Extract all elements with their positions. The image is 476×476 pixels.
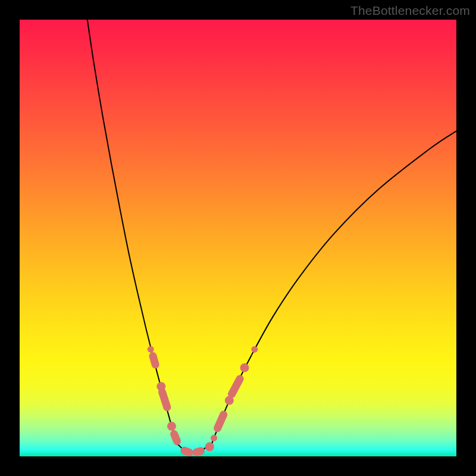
marker-dot-14 [251, 346, 258, 353]
marker-dot-13 [240, 363, 249, 372]
marker-dot-9 [211, 435, 217, 441]
svg-rect-2 [169, 429, 182, 446]
bottleneck-curve [87, 20, 456, 452]
watermark-text: TheBottlenecker.com [350, 4, 470, 18]
svg-rect-0 [148, 351, 160, 369]
svg-rect-1 [157, 387, 172, 412]
marker-layer [148, 346, 258, 458]
svg-rect-4 [192, 446, 206, 456]
marker-dot-4 [167, 422, 176, 431]
marker-dot-0 [148, 346, 154, 353]
chart-overlay [20, 20, 456, 456]
marker-pill-1 [148, 351, 160, 369]
marker-pill-3 [157, 387, 172, 412]
curve-layer [87, 20, 456, 452]
marker-pill-12 [227, 374, 245, 399]
svg-rect-5 [212, 409, 228, 433]
svg-rect-6 [227, 374, 245, 399]
marker-pill-5 [169, 429, 182, 446]
marker-pill-7 [192, 446, 206, 456]
marker-dot-8 [205, 442, 214, 451]
chart-frame: TheBottlenecker.com [0, 0, 476, 476]
marker-pill-10 [212, 409, 228, 433]
